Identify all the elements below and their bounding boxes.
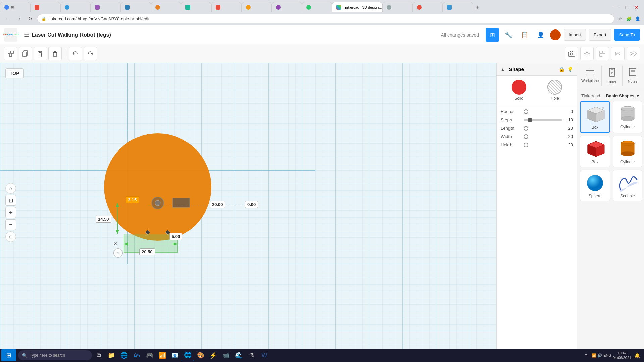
tinkercad-logo[interactable]: TIN KER CAD: [4, 28, 17, 42]
browser-tab[interactable]: [272, 2, 302, 12]
new-tab-button[interactable]: +: [473, 3, 482, 12]
taskbar-edge2-icon[interactable]: 🌊: [233, 349, 245, 361]
taskbar-chrome-icon[interactable]: 🌐: [182, 349, 194, 361]
copy-button[interactable]: [19, 47, 32, 60]
deselect-button[interactable]: ✕: [113, 241, 117, 246]
minimize-button[interactable]: —: [612, 3, 621, 12]
browser-tab[interactable]: [382, 2, 413, 12]
zoom-in-button[interactable]: +: [5, 207, 16, 218]
align-icon-btn[interactable]: [596, 47, 609, 60]
reload-button[interactable]: ↻: [25, 14, 35, 23]
workplane-label: Workplane: [581, 79, 599, 83]
send-to-button[interactable]: Send To: [614, 29, 640, 41]
zoom-out-button[interactable]: −: [5, 219, 16, 230]
shape-lock-icon[interactable]: 🔒: [559, 67, 565, 72]
group-button[interactable]: [4, 47, 17, 60]
taskbar-edge-icon[interactable]: 🌐: [118, 349, 130, 361]
shape-panel-header: ▲ Shape 🔒 💡: [497, 63, 577, 76]
taskbar-store-icon[interactable]: 🛍: [131, 349, 143, 361]
stack-icon[interactable]: ≡: [113, 248, 123, 258]
shape-item-cyl-grey[interactable]: Cylinder: [613, 101, 642, 133]
extension-icon[interactable]: 🧩: [625, 15, 633, 22]
flip-icon-btn[interactable]: [627, 47, 640, 60]
shape-light-icon[interactable]: 💡: [567, 67, 573, 72]
camera-icon-btn[interactable]: [565, 47, 578, 60]
browser-tab[interactable]: [241, 2, 272, 12]
close-button[interactable]: ✕: [632, 3, 641, 12]
taskbar-notification-icon[interactable]: 🔔: [633, 351, 641, 360]
browser-tab[interactable]: [413, 2, 443, 12]
workplane-button[interactable]: Workplane: [579, 66, 601, 86]
browser-tab[interactable]: [30, 2, 60, 12]
browser-tab[interactable]: [151, 2, 181, 12]
width-indicator[interactable]: [524, 134, 528, 139]
taskbar-figma-icon[interactable]: 🎨: [195, 349, 207, 361]
import-button[interactable]: Import: [564, 29, 586, 41]
browser-tab[interactable]: [211, 2, 241, 12]
notes-button[interactable]: Notes: [623, 66, 643, 86]
redo-button[interactable]: [84, 47, 97, 60]
taskbar-zoom-icon[interactable]: 📹: [220, 349, 232, 361]
delete-button[interactable]: [48, 47, 62, 60]
bookmark-icon[interactable]: ☆: [616, 15, 624, 22]
taskbar-taskview-icon[interactable]: ⧉: [93, 349, 105, 361]
ruler-button[interactable]: Ruler: [602, 66, 622, 86]
browser-tab[interactable]: [181, 2, 211, 12]
taskbar-arrow-up[interactable]: ^: [582, 351, 590, 360]
browser-tab[interactable]: ⊞: [0, 2, 30, 12]
taskbar-icons-row: 📶 🔊: [592, 353, 602, 358]
undo-button[interactable]: [69, 47, 82, 60]
taskbar-word-icon[interactable]: W: [258, 349, 270, 361]
taskbar-search-placeholder: Type here to search: [30, 353, 65, 358]
shape-item-box-red[interactable]: Box: [580, 136, 610, 167]
solid-type-button[interactable]: Solid: [512, 80, 526, 101]
browser-tab[interactable]: [91, 2, 121, 12]
browser-tab[interactable]: [302, 2, 332, 12]
avatar[interactable]: [550, 29, 561, 40]
user-button[interactable]: 👤: [534, 28, 547, 42]
browser-tab[interactable]: [443, 2, 473, 12]
taskbar-search[interactable]: 🔍 Type here to search: [18, 350, 92, 360]
taskbar-explorer-icon[interactable]: 📁: [105, 349, 117, 361]
steps-slider[interactable]: [524, 119, 562, 121]
height-indicator[interactable]: [524, 143, 528, 147]
mirror-icon-btn[interactable]: [611, 47, 625, 60]
build-button[interactable]: 🔧: [502, 28, 515, 42]
hole-type-button[interactable]: Hole: [547, 80, 562, 101]
profile-icon[interactable]: 👤: [634, 15, 641, 22]
shape-collapse-button[interactable]: ▲: [501, 67, 505, 72]
start-button[interactable]: ⊞: [1, 349, 16, 361]
radius-value: 0: [565, 109, 573, 114]
back-button[interactable]: ←: [3, 14, 12, 23]
menu-icon[interactable]: ☰: [24, 32, 29, 38]
light-icon-btn[interactable]: [580, 47, 594, 60]
browser-tab[interactable]: [60, 2, 91, 12]
taskbar-extra-icon[interactable]: ⚗: [246, 349, 258, 361]
restore-button[interactable]: □: [622, 3, 631, 12]
orbit-control[interactable]: ⊙: [5, 231, 16, 242]
shape-item-scribble[interactable]: Scribble: [613, 170, 642, 201]
browser-tab[interactable]: [121, 2, 151, 12]
taskbar-arduino-icon[interactable]: ⚡: [207, 349, 219, 361]
svg-point-63: [621, 116, 634, 121]
svg-text:★: ★: [602, 106, 604, 109]
radius-indicator[interactable]: [524, 109, 528, 114]
home-view-button[interactable]: ⌂: [5, 183, 16, 194]
active-browser-tab[interactable]: Tinkercad | 3D design... ✕: [332, 2, 382, 12]
paste-button[interactable]: [34, 47, 47, 60]
forward-button[interactable]: →: [14, 14, 23, 23]
canvas-area[interactable]: TOP ⌂ ⊡ + − ⊙ 3.15 20.00 0.00 14.50 5.00…: [0, 63, 496, 362]
grid-view-button[interactable]: ⊞: [486, 28, 499, 42]
taskbar-steam-icon[interactable]: 🎮: [144, 349, 156, 361]
taskbar-wifi-icon[interactable]: 📶: [156, 349, 168, 361]
shapes-category-select[interactable]: Basic Shapes ▼: [606, 93, 640, 98]
length-indicator[interactable]: [524, 126, 528, 131]
taskbar-mail-icon[interactable]: 📧: [169, 349, 181, 361]
address-bar[interactable]: 🔒 tinkercad.com/things/boVNGaqN3Y8-epic-…: [37, 14, 614, 23]
shape-item-box-grey[interactable]: ★ Box: [580, 101, 610, 133]
shape-item-cyl-orange[interactable]: Cylinder: [613, 136, 642, 167]
fit-view-button[interactable]: ⊡: [5, 195, 16, 206]
shape-item-sphere-blue[interactable]: Sphere: [580, 170, 610, 201]
sim-button[interactable]: 📋: [518, 28, 531, 42]
export-button[interactable]: Export: [589, 29, 611, 41]
